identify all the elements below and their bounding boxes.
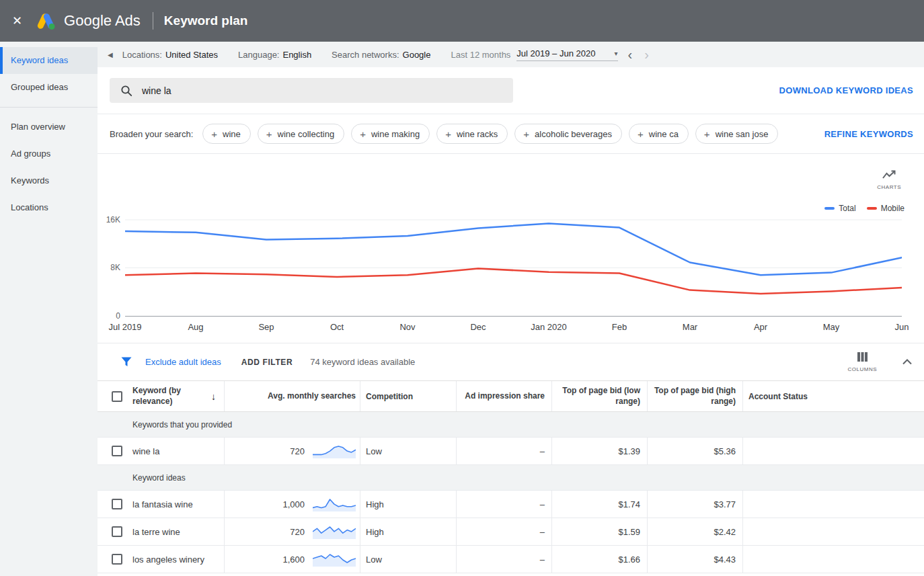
previous-period-button[interactable]: ‹	[622, 48, 639, 61]
account-status-cell	[742, 491, 924, 518]
header-account-status[interactable]: Account Status	[742, 381, 924, 411]
header-keyword[interactable]: Keyword (by relevance)↓	[127, 381, 224, 411]
search-query-text: wine la	[142, 85, 171, 96]
header-top-of-page-bid-low[interactable]: Top of page bid (low range)	[551, 381, 647, 411]
locations-setting[interactable]: Locations:United States	[122, 50, 218, 60]
sidebar-item-ad-groups[interactable]: Ad groups	[0, 140, 98, 167]
refine-keywords-button[interactable]: REFINE KEYWORDS	[824, 129, 913, 139]
legend-mobile[interactable]: Mobile	[867, 204, 904, 213]
plus-icon: +	[523, 128, 529, 140]
ad-impression-share-cell: –	[456, 546, 551, 573]
charts-icon	[882, 170, 896, 182]
keyword-search-input[interactable]: wine la	[110, 78, 513, 103]
charts-toggle-button[interactable]: CHARTS	[877, 170, 901, 190]
broaden-chip-wine-racks[interactable]: +wine racks	[436, 124, 508, 144]
page-title: Keyword plan	[164, 13, 248, 28]
account-status-cell	[742, 546, 924, 573]
top-of-page-bid-low-cell: $1.59	[551, 518, 647, 545]
select-all-checkbox[interactable]	[112, 391, 122, 402]
legend-total-label: Total	[839, 204, 855, 213]
x-axis-label: Sep	[258, 322, 274, 332]
top-of-page-bid-high-cell: $5.36	[647, 438, 742, 464]
legend-mobile-label: Mobile	[881, 204, 904, 213]
range-dropdown[interactable]: Jul 2019 – Jun 2020 ▾	[516, 48, 617, 61]
plus-icon: +	[211, 128, 217, 140]
networks-value: Google	[403, 50, 431, 60]
table-row[interactable]: los angeles winery1,600Low–$1.66$4.43	[98, 546, 924, 573]
columns-button[interactable]: COLUMNS	[847, 352, 877, 372]
broaden-chip-alcoholic-beverages[interactable]: +alcoholic beverages	[514, 124, 622, 144]
x-axis-label: Oct	[330, 322, 344, 332]
settings-bar: ◀ Locations:United States Language:Engli…	[98, 42, 924, 67]
header-competition[interactable]: Competition	[360, 381, 456, 411]
add-filter-button[interactable]: ADD FILTER	[241, 358, 293, 367]
sidebar-item-locations[interactable]: Locations	[0, 194, 98, 221]
row-checkbox[interactable]	[112, 526, 122, 537]
sidebar-item-keywords[interactable]: Keywords	[0, 167, 98, 194]
search-row: wine la DOWNLOAD KEYWORD IDEAS	[98, 67, 924, 114]
header-ad-impression-share[interactable]: Ad impression share	[456, 381, 551, 411]
filter-bar: Exclude adult ideas ADD FILTER 74 keywor…	[98, 343, 924, 380]
header-top-of-page-bid-high[interactable]: Top of page bid (high range)	[647, 381, 742, 411]
back-arrow-icon[interactable]: ◀	[108, 51, 113, 58]
legend-total[interactable]: Total	[824, 204, 855, 213]
plus-icon: +	[360, 128, 366, 140]
competition-cell: Low	[360, 438, 456, 464]
header-avg-monthly-searches[interactable]: Avg. monthly searches	[224, 381, 360, 411]
top-of-page-bid-high-cell: $2.42	[647, 518, 742, 545]
mobile-series-swatch	[867, 207, 877, 210]
account-status-cell	[742, 518, 924, 545]
search-icon	[120, 85, 132, 97]
top-of-page-bid-high-cell: $4.43	[647, 546, 742, 573]
x-axis-label: Jul 2019	[108, 322, 141, 332]
sidebar-item-grouped-ideas[interactable]: Grouped ideas	[0, 74, 98, 101]
searches-sparkline-chart	[313, 497, 356, 511]
download-keyword-ideas-button[interactable]: DOWNLOAD KEYWORD IDEAS	[779, 85, 913, 95]
table-row[interactable]: la fantasia wine1,000High–$1.74$3.77	[98, 491, 924, 518]
table-section-header: Keywords that you provided	[98, 412, 924, 438]
broaden-chip-wine-ca[interactable]: +wine ca	[629, 124, 689, 144]
broaden-chip-wine[interactable]: +wine	[202, 124, 251, 144]
x-axis-label: Feb	[612, 322, 627, 332]
filter-icon[interactable]	[121, 357, 132, 367]
language-label: Language:	[238, 50, 279, 60]
main-content: ◀ Locations:United States Language:Engli…	[98, 42, 924, 576]
date-range-selector[interactable]: Last 12 months Jul 2019 – Jun 2020 ▾	[451, 48, 617, 61]
close-icon[interactable]: ✕	[12, 13, 22, 28]
networks-label: Search networks:	[332, 50, 399, 60]
chip-label: wine san jose	[716, 129, 769, 139]
chip-label: alcoholic beverages	[535, 129, 612, 139]
chart-legend: Total Mobile	[824, 204, 904, 213]
sidebar-item-plan-overview[interactable]: Plan overview	[0, 114, 98, 140]
caret-down-icon: ▾	[614, 50, 617, 57]
plus-icon: +	[704, 128, 710, 140]
exclude-adult-ideas-filter[interactable]: Exclude adult ideas	[145, 357, 221, 367]
sidebar-divider	[0, 107, 98, 108]
next-period-button[interactable]: ›	[638, 48, 655, 61]
topbar: ✕ Google Ads Keyword plan	[0, 0, 924, 42]
trend-chart-section: CHARTS Total Mobile 16K 8K 0 Jul 2019Aug…	[98, 154, 924, 343]
row-checkbox[interactable]	[112, 554, 122, 565]
x-axis-label: Nov	[399, 322, 415, 332]
chip-label: wine racks	[457, 129, 498, 139]
chip-label: wine making	[371, 129, 420, 139]
table-row[interactable]: wine la720Low–$1.39$5.36	[98, 438, 924, 465]
google-ads-logo-icon	[36, 12, 56, 30]
language-setting[interactable]: Language:English	[238, 50, 311, 60]
collapse-panel-button[interactable]	[902, 359, 912, 365]
broaden-chip-wine-collecting[interactable]: +wine collecting	[258, 124, 344, 144]
sidebar: Keyword ideas Grouped ideas Plan overvie…	[0, 42, 98, 576]
account-status-cell	[742, 438, 924, 464]
broaden-chip-wine-making[interactable]: +wine making	[351, 124, 430, 144]
keyword-cell: la terre wine	[127, 518, 224, 545]
avg-monthly-searches-cell: 1,600	[224, 546, 360, 573]
row-checkbox[interactable]	[112, 499, 122, 509]
columns-button-label: COLUMNS	[847, 366, 877, 372]
broaden-chip-wine-san-jose[interactable]: +wine san jose	[695, 124, 779, 144]
broaden-label: Broaden your search:	[110, 129, 193, 139]
row-checkbox[interactable]	[112, 446, 122, 456]
search-networks-setting[interactable]: Search networks:Google	[332, 50, 430, 60]
table-row[interactable]: la terre wine720High–$1.59$2.42	[98, 518, 924, 546]
keyword-cell: los angeles winery	[127, 546, 224, 573]
sidebar-item-keyword-ideas[interactable]: Keyword ideas	[0, 47, 98, 74]
